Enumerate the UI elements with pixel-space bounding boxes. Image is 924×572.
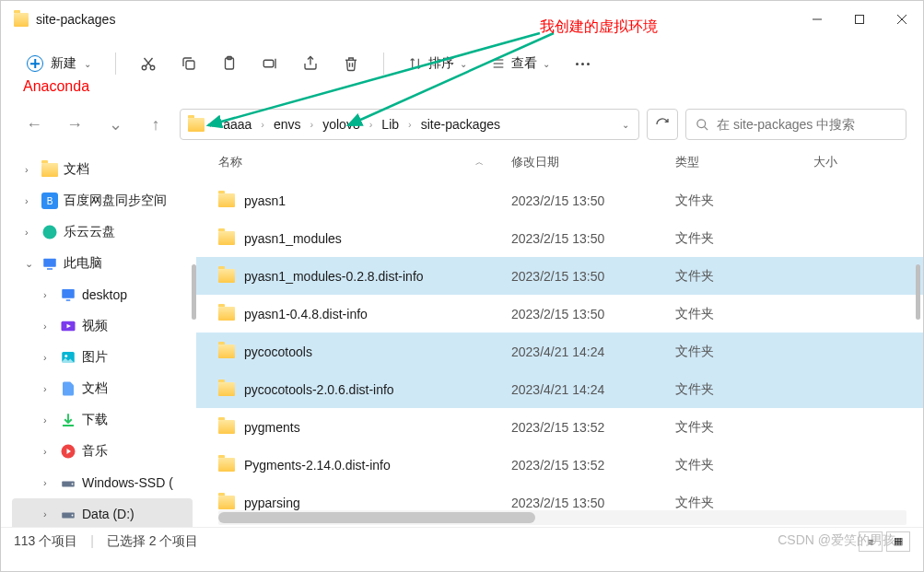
sidebar-item-label: 文档 <box>82 380 108 397</box>
file-row[interactable]: pycocotools2023/4/21 14:24文件夹 <box>196 333 923 370</box>
minimize-button[interactable] <box>796 1 838 38</box>
svg-point-23 <box>43 226 57 239</box>
forward-button[interactable]: → <box>58 108 91 141</box>
close-button[interactable] <box>881 1 923 38</box>
breadcrumb-yolov8[interactable]: yolov8 <box>317 113 365 135</box>
chevron-icon: › <box>43 477 54 488</box>
file-date: 2023/2/15 13:50 <box>511 496 675 510</box>
folder-icon <box>41 161 58 178</box>
back-button[interactable]: ← <box>18 108 51 141</box>
file-type: 文件夹 <box>675 193 813 209</box>
breadcrumb[interactable]: « aaaa› envs› yolov8› Lib› site-packages… <box>180 109 639 140</box>
svg-rect-26 <box>62 289 75 298</box>
column-headers: 名称︿ 修改日期 类型 大小 <box>196 145 923 181</box>
sidebar-item-3[interactable]: ⌄此电脑 <box>12 248 193 279</box>
horizontal-scrollbar[interactable] <box>218 510 906 525</box>
sidebar-item-10[interactable]: ›Windows-SSD ( <box>12 467 193 498</box>
breadcrumb-aaaa[interactable]: aaaa <box>217 113 257 135</box>
sidebar-item-label: 视频 <box>82 318 108 334</box>
column-size[interactable]: 大小 <box>813 154 906 170</box>
recent-dropdown-icon[interactable]: ⌄ <box>622 120 629 130</box>
divider <box>383 53 384 75</box>
file-date: 2023/4/21 14:24 <box>511 382 675 397</box>
sidebar-item-9[interactable]: ›音乐 <box>12 436 193 467</box>
sidebar-item-4[interactable]: ›desktop <box>12 279 193 310</box>
new-button[interactable]: 新建 ⌄ <box>18 50 100 77</box>
file-date: 2023/2/15 13:50 <box>511 193 675 208</box>
sort-button[interactable]: 排序 ⌄ <box>399 50 476 77</box>
folder-icon <box>218 344 235 358</box>
watermark: CSDN @爱笑的男孩 <box>778 532 895 549</box>
chevron-icon: › <box>43 446 54 457</box>
folder-icon <box>218 496 235 509</box>
sidebar-item-label: 乐云云盘 <box>64 224 115 240</box>
refresh-button[interactable] <box>647 109 678 140</box>
picture-icon <box>60 349 76 366</box>
file-name: pyparsing <box>244 496 300 510</box>
more-button[interactable] <box>565 46 600 81</box>
column-name[interactable]: 名称︿ <box>218 154 511 170</box>
delete-icon[interactable] <box>333 46 368 81</box>
up-button[interactable]: ⌄ <box>99 108 132 141</box>
file-row[interactable]: pyasn1_modules-0.2.8.dist-info2023/2/15 … <box>196 257 923 295</box>
file-row[interactable]: Pygments-2.14.0.dist-info2023/2/15 13:52… <box>196 446 923 484</box>
chevron-down-icon: ⌄ <box>84 59 91 69</box>
svg-point-30 <box>64 355 67 357</box>
share-icon[interactable] <box>293 46 328 81</box>
file-row[interactable]: pycocotools-2.0.6.dist-info2023/4/21 14:… <box>196 370 923 408</box>
file-row[interactable]: pyasn12023/2/15 13:50文件夹 <box>196 181 923 219</box>
svg-text:B: B <box>47 196 53 206</box>
file-date: 2023/2/15 13:50 <box>511 269 675 284</box>
scrollbar-thumb[interactable] <box>916 264 920 320</box>
download-icon <box>60 412 76 428</box>
svg-line-8 <box>146 58 153 66</box>
file-date: 2023/2/15 13:50 <box>511 307 675 321</box>
up-dir-button[interactable]: ↑ <box>139 108 172 141</box>
status-selected: 已选择 2 个项目 <box>107 533 199 550</box>
sidebar-item-11[interactable]: ›Data (D:) <box>12 498 193 527</box>
column-type[interactable]: 类型 <box>675 154 813 170</box>
folder-icon <box>218 269 235 283</box>
sidebar-item-7[interactable]: ›文档 <box>12 373 193 404</box>
breadcrumb-overflow[interactable]: « <box>206 119 216 130</box>
sidebar-item-5[interactable]: ›视频 <box>12 310 193 342</box>
column-date[interactable]: 修改日期 <box>511 154 675 170</box>
sidebar-item-0[interactable]: ›文档 <box>12 154 193 185</box>
search-input[interactable] <box>717 117 896 132</box>
sidebar-item-8[interactable]: ›下载 <box>12 404 193 436</box>
breadcrumb-envs[interactable]: envs <box>268 113 307 135</box>
paste-icon[interactable] <box>212 46 247 81</box>
breadcrumb-sitepackages[interactable]: site-packages <box>415 113 506 135</box>
breadcrumb-lib[interactable]: Lib <box>376 113 404 135</box>
file-type: 文件夹 <box>675 457 813 473</box>
rename-icon[interactable] <box>252 46 287 81</box>
file-list: 名称︿ 修改日期 类型 大小 pyasn12023/2/15 13:50文件夹p… <box>196 145 923 527</box>
folder-icon <box>218 307 235 321</box>
sidebar: ›文档›B百度网盘同步空间›乐云云盘⌄此电脑›desktop›视频›图片›文档›… <box>1 145 196 527</box>
svg-rect-13 <box>263 60 274 67</box>
sidebar-item-label: 文档 <box>64 161 89 178</box>
sidebar-item-2[interactable]: ›乐云云盘 <box>12 216 193 248</box>
sidebar-item-1[interactable]: ›B百度网盘同步空间 <box>12 185 193 216</box>
folder-icon <box>218 193 235 207</box>
chevron-icon: ⌄ <box>25 258 36 270</box>
cut-icon[interactable] <box>131 46 166 81</box>
file-row[interactable]: pyparsing2023/2/15 13:50文件夹 <box>196 484 923 510</box>
toolbar: 新建 ⌄ 排序 ⌄ 查看 ⌄ <box>1 38 923 89</box>
file-date: 2023/2/15 13:52 <box>511 458 675 473</box>
maximize-button[interactable] <box>838 1 881 38</box>
file-row[interactable]: pyasn1_modules2023/2/15 13:50文件夹 <box>196 219 923 257</box>
file-row[interactable]: pyasn1-0.4.8.dist-info2023/2/15 13:50文件夹 <box>196 295 923 333</box>
chevron-icon: › <box>25 195 36 206</box>
music-icon <box>60 443 76 460</box>
copy-icon[interactable] <box>171 46 206 81</box>
view-label: 查看 <box>511 55 537 72</box>
plus-icon <box>27 55 43 72</box>
search-box[interactable] <box>685 109 906 140</box>
file-type: 文件夹 <box>675 495 813 511</box>
view-button[interactable]: 查看 ⌄ <box>482 50 559 77</box>
sidebar-item-6[interactable]: ›图片 <box>12 342 193 373</box>
chevron-icon: › <box>43 414 54 426</box>
sidebar-item-label: 图片 <box>82 349 108 366</box>
file-row[interactable]: pygments2023/2/15 13:52文件夹 <box>196 408 923 446</box>
